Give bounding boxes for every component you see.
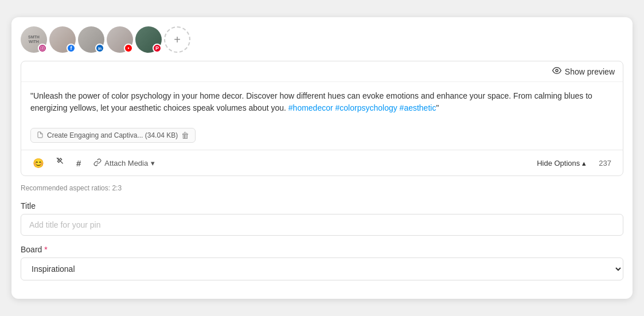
svg-marker-3 xyxy=(128,47,130,49)
post-toolbar: 😊 # xyxy=(21,150,623,175)
character-count: 237 xyxy=(594,159,616,167)
link-icon xyxy=(93,158,102,168)
hide-options-label: Hide Options xyxy=(537,159,580,167)
aspect-ratio-hint: Recommended aspect ratios: 2:3 xyxy=(21,184,623,192)
board-label: Board * xyxy=(21,245,623,254)
svg-point-4 xyxy=(556,69,558,72)
avatar-1[interactable]: SMTHWITH xyxy=(21,26,47,53)
avatar-4[interactable] xyxy=(107,26,133,53)
file-name: Create Engaging and Captiva... (34.04 KB… xyxy=(47,131,178,139)
file-icon xyxy=(37,131,44,140)
pinterest-options-section: Recommended aspect ratios: 2:3 Title Boa… xyxy=(21,184,623,280)
title-input[interactable] xyxy=(21,214,623,236)
svg-point-2 xyxy=(44,47,44,48)
emoji-icon: 😊 xyxy=(33,158,44,169)
hashtag-icon: # xyxy=(76,158,81,168)
show-preview-label: Show preview xyxy=(565,67,615,76)
avatar-2[interactable]: f xyxy=(49,26,76,53)
title-label: Title xyxy=(21,201,623,210)
post-editor-card: Show preview "Unleash the power of color… xyxy=(21,61,623,176)
enhance-button[interactable] xyxy=(51,154,69,172)
svg-rect-0 xyxy=(41,46,45,50)
plus-icon: + xyxy=(174,33,181,46)
eye-icon xyxy=(552,66,561,77)
post-card-header: Show preview xyxy=(21,61,623,82)
remove-file-button[interactable]: 🗑 xyxy=(181,131,189,140)
show-preview-button[interactable]: Show preview xyxy=(552,66,615,77)
title-field-group: Title xyxy=(21,201,623,236)
board-select[interactable]: Inspirational Home Decor Color Psycholog… xyxy=(21,258,623,280)
file-attachment-badge: Create Engaging and Captiva... (34.04 KB… xyxy=(30,128,196,143)
chevron-up-icon: ▴ xyxy=(582,159,586,167)
board-required-marker: * xyxy=(44,245,47,254)
attach-media-button[interactable]: Attach Media ▾ xyxy=(88,155,161,171)
magic-wand-icon xyxy=(56,157,65,169)
attach-media-label: Attach Media xyxy=(104,159,148,167)
avatar-5[interactable]: P xyxy=(135,26,162,53)
attach-chevron-icon: ▾ xyxy=(151,159,155,167)
board-field-group: Board * Inspirational Home Decor Color P… xyxy=(21,245,623,280)
post-hashtags: #homedecor #colorpsychology #aesthetic xyxy=(286,103,436,112)
avatar-row: SMTHWITH f in P xyxy=(21,26,623,53)
app-container: SMTHWITH f in P xyxy=(11,17,633,299)
hashtag-button[interactable]: # xyxy=(72,155,85,171)
emoji-button[interactable]: 😊 xyxy=(28,154,49,172)
post-text-suffix: " xyxy=(436,103,439,112)
post-text-content: "Unleash the power of color psychology i… xyxy=(21,82,623,128)
avatar-3[interactable]: in xyxy=(78,26,104,53)
hide-options-button[interactable]: Hide Options ▴ xyxy=(531,155,592,171)
add-account-button[interactable]: + xyxy=(164,26,190,53)
svg-point-1 xyxy=(42,48,44,49)
